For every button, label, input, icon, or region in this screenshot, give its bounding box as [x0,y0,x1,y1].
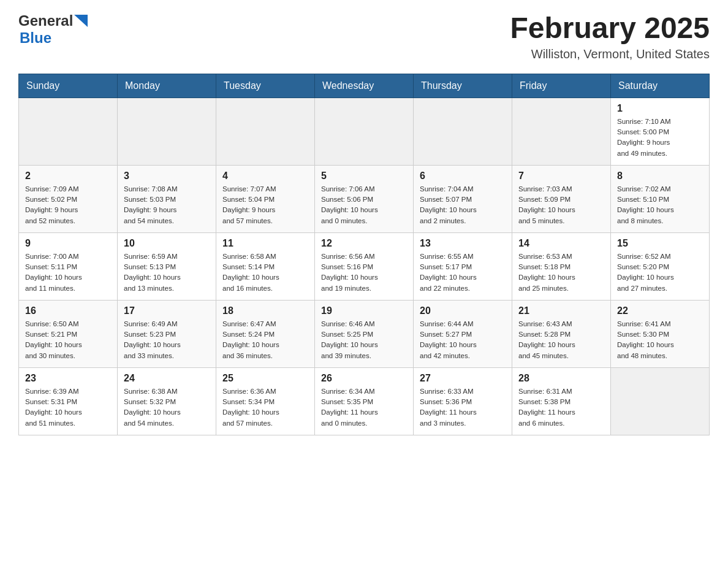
calendar-cell: 18Sunrise: 6:47 AM Sunset: 5:24 PM Dayli… [216,300,315,367]
calendar-cell: 8Sunrise: 7:02 AM Sunset: 5:10 PM Daylig… [611,165,710,232]
calendar-cell: 15Sunrise: 6:52 AM Sunset: 5:20 PM Dayli… [611,232,710,300]
calendar-week-row: 23Sunrise: 6:39 AM Sunset: 5:31 PM Dayli… [19,367,710,435]
day-info: Sunrise: 6:34 AM Sunset: 5:35 PM Dayligh… [321,386,407,429]
day-info: Sunrise: 6:39 AM Sunset: 5:31 PM Dayligh… [25,386,111,429]
calendar-cell: 20Sunrise: 6:44 AM Sunset: 5:27 PM Dayli… [414,300,512,367]
day-info: Sunrise: 6:38 AM Sunset: 5:32 PM Dayligh… [124,386,210,429]
day-info: Sunrise: 7:03 AM Sunset: 5:09 PM Dayligh… [518,184,604,226]
weekday-header-wednesday: Wednesday [315,74,414,98]
day-info: Sunrise: 7:08 AM Sunset: 5:03 PM Dayligh… [124,184,210,226]
calendar-cell: 9Sunrise: 7:00 AM Sunset: 5:11 PM Daylig… [19,232,118,300]
day-number: 11 [222,238,308,249]
weekday-header-friday: Friday [512,74,611,98]
day-number: 26 [321,373,407,384]
day-number: 24 [124,373,210,384]
calendar-week-row: 1Sunrise: 7:10 AM Sunset: 5:00 PM Daylig… [19,98,710,165]
day-info: Sunrise: 6:36 AM Sunset: 5:34 PM Dayligh… [222,386,308,429]
calendar-cell: 11Sunrise: 6:58 AM Sunset: 5:14 PM Dayli… [216,232,315,300]
day-number: 12 [321,238,407,249]
weekday-header-saturday: Saturday [611,74,710,98]
day-number: 5 [321,170,407,182]
calendar-cell: 27Sunrise: 6:33 AM Sunset: 5:36 PM Dayli… [414,367,512,435]
calendar-week-row: 2Sunrise: 7:09 AM Sunset: 5:02 PM Daylig… [19,165,710,232]
day-number: 19 [321,305,407,316]
day-info: Sunrise: 6:47 AM Sunset: 5:24 PM Dayligh… [222,319,308,361]
weekday-header-monday: Monday [118,74,216,98]
svg-marker-0 [74,15,88,27]
day-number: 16 [25,305,111,316]
day-info: Sunrise: 6:56 AM Sunset: 5:16 PM Dayligh… [321,251,407,294]
day-info: Sunrise: 6:59 AM Sunset: 5:13 PM Dayligh… [124,251,210,294]
day-info: Sunrise: 6:55 AM Sunset: 5:17 PM Dayligh… [420,251,506,294]
page-header: General Blue February 2025 Williston, Ve… [18,12,710,61]
calendar-cell: 1Sunrise: 7:10 AM Sunset: 5:00 PM Daylig… [611,98,710,165]
calendar-cell: 24Sunrise: 6:38 AM Sunset: 5:32 PM Dayli… [118,367,216,435]
day-info: Sunrise: 6:58 AM Sunset: 5:14 PM Dayligh… [222,251,308,294]
calendar-cell: 22Sunrise: 6:41 AM Sunset: 5:30 PM Dayli… [611,300,710,367]
day-info: Sunrise: 6:33 AM Sunset: 5:36 PM Dayligh… [420,386,506,429]
day-info: Sunrise: 6:41 AM Sunset: 5:30 PM Dayligh… [617,319,703,361]
calendar-cell: 7Sunrise: 7:03 AM Sunset: 5:09 PM Daylig… [512,165,611,232]
day-info: Sunrise: 6:53 AM Sunset: 5:18 PM Dayligh… [518,251,604,294]
day-number: 28 [518,373,604,384]
calendar-cell: 23Sunrise: 6:39 AM Sunset: 5:31 PM Dayli… [19,367,118,435]
calendar-cell [611,367,710,435]
day-info: Sunrise: 7:10 AM Sunset: 5:00 PM Dayligh… [617,117,703,159]
weekday-header-thursday: Thursday [414,74,512,98]
calendar-cell: 12Sunrise: 6:56 AM Sunset: 5:16 PM Dayli… [315,232,414,300]
day-number: 13 [420,238,506,249]
calendar-cell: 26Sunrise: 6:34 AM Sunset: 5:35 PM Dayli… [315,367,414,435]
day-info: Sunrise: 7:09 AM Sunset: 5:02 PM Dayligh… [25,184,111,226]
day-info: Sunrise: 6:44 AM Sunset: 5:27 PM Dayligh… [420,319,506,361]
day-number: 10 [124,238,210,249]
calendar-cell: 16Sunrise: 6:50 AM Sunset: 5:21 PM Dayli… [19,300,118,367]
calendar-cell: 17Sunrise: 6:49 AM Sunset: 5:23 PM Dayli… [118,300,216,367]
day-number: 2 [25,170,111,182]
day-number: 20 [420,305,506,316]
day-number: 23 [25,373,111,384]
calendar-cell: 4Sunrise: 7:07 AM Sunset: 5:04 PM Daylig… [216,165,315,232]
day-info: Sunrise: 6:52 AM Sunset: 5:20 PM Dayligh… [617,251,703,294]
day-number: 21 [518,305,604,316]
calendar-cell [118,98,216,165]
calendar-cell: 13Sunrise: 6:55 AM Sunset: 5:17 PM Dayli… [414,232,512,300]
day-number: 1 [617,103,703,114]
calendar-cell: 6Sunrise: 7:04 AM Sunset: 5:07 PM Daylig… [414,165,512,232]
calendar-cell: 28Sunrise: 6:31 AM Sunset: 5:38 PM Dayli… [512,367,611,435]
day-info: Sunrise: 6:31 AM Sunset: 5:38 PM Dayligh… [518,386,604,429]
calendar-cell [315,98,414,165]
day-number: 25 [222,373,308,384]
day-info: Sunrise: 7:04 AM Sunset: 5:07 PM Dayligh… [420,184,506,226]
month-title: February 2025 [510,12,710,45]
day-info: Sunrise: 7:00 AM Sunset: 5:11 PM Dayligh… [25,251,111,294]
calendar-cell: 3Sunrise: 7:08 AM Sunset: 5:03 PM Daylig… [118,165,216,232]
weekday-header-sunday: Sunday [19,74,118,98]
logo-general-text: General [18,12,73,29]
calendar-cell [512,98,611,165]
day-number: 6 [420,170,506,182]
day-info: Sunrise: 6:46 AM Sunset: 5:25 PM Dayligh… [321,319,407,361]
calendar-cell: 2Sunrise: 7:09 AM Sunset: 5:02 PM Daylig… [19,165,118,232]
day-number: 7 [518,170,604,182]
day-number: 14 [518,238,604,249]
day-number: 18 [222,305,308,316]
location-subtitle: Williston, Vermont, United States [510,47,710,61]
calendar-header-row: SundayMondayTuesdayWednesdayThursdayFrid… [19,74,710,98]
day-number: 27 [420,373,506,384]
calendar-cell: 19Sunrise: 6:46 AM Sunset: 5:25 PM Dayli… [315,300,414,367]
calendar-cell [19,98,118,165]
day-number: 3 [124,170,210,182]
logo-triangle-icon [74,15,88,28]
day-number: 9 [25,238,111,249]
logo-blue-text: Blue [20,29,51,47]
day-number: 15 [617,238,703,249]
day-number: 17 [124,305,210,316]
weekday-header-tuesday: Tuesday [216,74,315,98]
calendar-cell: 10Sunrise: 6:59 AM Sunset: 5:13 PM Dayli… [118,232,216,300]
day-info: Sunrise: 7:02 AM Sunset: 5:10 PM Dayligh… [617,184,703,226]
calendar-cell: 5Sunrise: 7:06 AM Sunset: 5:06 PM Daylig… [315,165,414,232]
logo: General Blue [18,12,88,47]
day-number: 8 [617,170,703,182]
calendar-table: SundayMondayTuesdayWednesdayThursdayFrid… [18,74,710,435]
calendar-week-row: 16Sunrise: 6:50 AM Sunset: 5:21 PM Dayli… [19,300,710,367]
